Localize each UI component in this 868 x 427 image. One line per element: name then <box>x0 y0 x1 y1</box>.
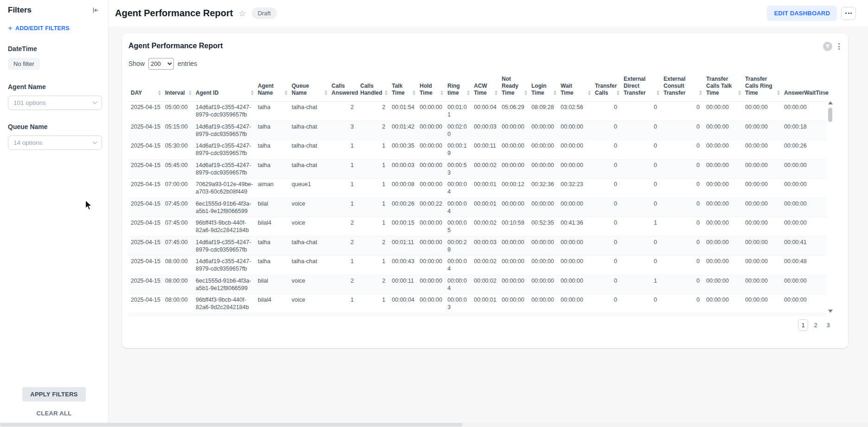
cell: 00:00:01 <box>472 179 499 198</box>
cell: 0 <box>661 256 704 275</box>
column-header-agent-id[interactable]: Agent ID <box>193 74 255 102</box>
column-header-interval[interactable]: Interval <box>163 74 193 102</box>
datetime-filter-chip[interactable]: No filter <box>8 58 40 70</box>
collapse-sidebar-icon[interactable] <box>91 6 100 15</box>
sort-icon[interactable] <box>495 91 498 95</box>
queue-name-select[interactable]: 14 options <box>8 136 102 150</box>
sort-icon[interactable] <box>617 91 619 95</box>
page-button-1[interactable]: 1 <box>798 319 808 331</box>
cell: 00:00:00 <box>558 256 593 275</box>
more-options-button[interactable] <box>841 7 856 20</box>
column-header-hold-time[interactable]: Hold Time <box>417 74 445 102</box>
sort-icon[interactable] <box>738 91 741 95</box>
page-button-3[interactable]: 3 <box>823 319 833 331</box>
sort-icon[interactable] <box>657 91 659 95</box>
report-table: DAYIntervalAgent IDAgent NameQueue NameC… <box>128 74 827 317</box>
column-header-wait-time[interactable]: Wait Time <box>558 74 593 102</box>
table-row[interactable]: 2025-04-1505:30:0014d6af19-c355-4247-897… <box>128 140 827 160</box>
column-header-login-time[interactable]: Login Time <box>529 74 558 102</box>
sort-icon[interactable] <box>699 91 702 95</box>
cell: talha-chat <box>289 236 329 256</box>
page-button-2[interactable]: 2 <box>811 319 821 331</box>
clear-all-button[interactable]: CLEAR ALL <box>0 410 108 417</box>
sort-icon[interactable] <box>524 91 527 95</box>
star-icon[interactable]: ☆ <box>239 9 246 18</box>
column-header-day[interactable]: DAY <box>128 74 163 102</box>
cell: 1 <box>358 140 389 160</box>
table-row[interactable]: 2025-04-1507:45:0014d6af19-c355-4247-897… <box>128 236 827 256</box>
table-row[interactable]: 2025-04-1508:00:006ec1555d-91b6-4f3a-a5b… <box>128 275 827 294</box>
sort-icon[interactable] <box>325 91 327 95</box>
table-row[interactable]: 2025-04-1507:45:006ec1555d-91b6-4f3a-a5b… <box>128 198 827 217</box>
cell: 07:45:00 <box>163 198 193 217</box>
cell: 0 <box>661 179 704 198</box>
table-row[interactable]: 2025-04-1507:45:0096bff4f3-9bcb-440f-82a… <box>128 217 827 237</box>
column-label: Not Ready Time <box>502 76 518 96</box>
add-edit-filters-button[interactable]: + ADD/EDIT FILTERS <box>8 24 100 32</box>
column-header-acw-time[interactable]: ACW Time <box>472 74 499 102</box>
sort-icon[interactable] <box>189 91 191 95</box>
cell: 00:00:00 <box>558 198 593 217</box>
sort-icon[interactable] <box>822 91 825 95</box>
column-header-calls-answered[interactable]: Calls Answered <box>329 74 358 102</box>
cell: 1 <box>358 198 389 217</box>
cell: 1 <box>329 179 358 198</box>
sort-icon[interactable] <box>588 91 591 95</box>
table-row[interactable]: 2025-04-1505:15:0014d6af19-c355-4247-897… <box>128 121 827 140</box>
sort-icon[interactable] <box>251 91 254 95</box>
column-header-not-ready-time[interactable]: Not Ready Time <box>499 74 529 102</box>
table-row[interactable]: 2025-04-1505:45:0014d6af19-c355-4247-897… <box>128 159 827 179</box>
column-header-calls-handled[interactable]: Calls Handled <box>358 74 389 102</box>
sort-icon[interactable] <box>554 91 556 95</box>
apply-filters-button[interactable]: APPLY FILTERS <box>22 387 86 401</box>
cell: 00:00:00 <box>529 198 558 217</box>
entries-select[interactable]: 200 <box>148 58 174 70</box>
sort-icon[interactable] <box>285 91 287 95</box>
cell: 2025-04-15 <box>128 236 163 256</box>
filter-icon[interactable] <box>823 42 832 51</box>
cell: 00:00:15 <box>389 217 417 237</box>
sort-icon[interactable] <box>467 91 470 95</box>
cell: 00:00:00 <box>417 102 445 121</box>
sort-icon[interactable] <box>777 91 780 95</box>
cell: 00:00:00 <box>704 313 743 317</box>
table-vertical-scrollbar[interactable] <box>827 101 833 313</box>
cell: 00:00:00 <box>529 275 558 294</box>
sort-icon[interactable] <box>158 91 161 95</box>
column-header-agent-name[interactable]: Agent Name <box>255 74 289 102</box>
sort-icon[interactable] <box>440 91 443 95</box>
column-header-transfer-calls-talk-time[interactable]: Transfer Calls Talk Time <box>704 74 743 102</box>
table-row[interactable]: 2025-04-1508:00:0014d6af19-c355-4247-897… <box>128 256 827 275</box>
cell: 14d6af19-c355-4247-8979-cdc9359657fb <box>193 256 255 275</box>
table-row[interactable]: 2025-04-1507:00:0070629a93-012e-49be-a70… <box>128 179 827 198</box>
scrollbar-thumb[interactable] <box>828 108 832 122</box>
sort-icon[interactable] <box>385 91 388 95</box>
column-header-answerwaittime[interactable]: AnswerWaitTime <box>782 74 827 102</box>
column-header-queue-name[interactable]: Queue Name <box>289 74 329 102</box>
column-header-transfer-calls[interactable]: Transfer Calls <box>593 74 621 102</box>
hscroll-thumb[interactable] <box>0 423 463 427</box>
column-header-external-direct-transfer[interactable]: External Direct Transfer <box>621 74 661 102</box>
table-row[interactable]: 2025-04-1508:00:0096bff4f3-9bcb-440f-82a… <box>128 294 827 314</box>
agent-name-select[interactable]: 101 options <box>8 96 102 110</box>
cell: 2 <box>329 236 358 256</box>
column-header-external-consult-transfer[interactable]: External Consult Transfer <box>661 74 704 102</box>
cell: 1 <box>621 275 661 294</box>
edit-dashboard-button[interactable]: EDIT DASHBOARD <box>767 6 837 21</box>
page-horizontal-scrollbar[interactable] <box>0 422 868 427</box>
scroll-up-icon[interactable] <box>828 101 833 104</box>
column-header-talk-time[interactable]: Talk Time <box>389 74 417 102</box>
column-header-transfer-calls-ring-time[interactable]: Transfer Calls Ring Time <box>743 74 782 102</box>
table-row[interactable]: 2025-04-1508:15:0096bff4f3-9bcb-440f-82a… <box>128 313 827 317</box>
cell: 14d6af19-c355-4247-8979-cdc9359657fb <box>193 236 255 256</box>
cell: 00:00:00 <box>743 140 782 160</box>
scroll-down-icon[interactable] <box>828 310 833 313</box>
table-row[interactable]: 2025-04-1505:00:0014d6af19-c355-4247-897… <box>128 102 827 121</box>
column-header-ring-time[interactable]: Ring time <box>445 74 472 102</box>
cell: 00:00:00 <box>558 236 593 256</box>
sort-icon[interactable] <box>353 91 356 95</box>
cell: 05:06:29 <box>499 102 529 121</box>
cell: 00:00:00 <box>743 102 782 121</box>
sort-icon[interactable] <box>413 91 415 95</box>
kebab-menu-icon[interactable] <box>837 42 841 51</box>
